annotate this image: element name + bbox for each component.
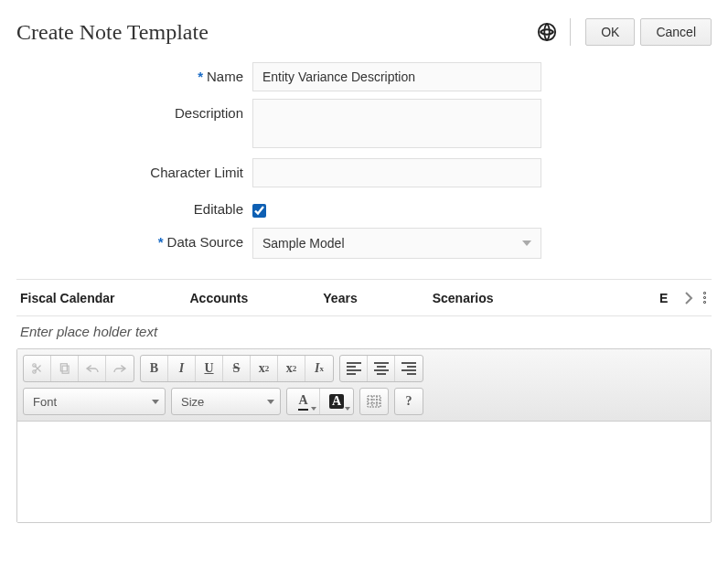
underline-button[interactable]: U: [196, 356, 223, 381]
dimension-bar: Fiscal Calendar Accounts Years Scenarios…: [16, 279, 712, 316]
redo-button[interactable]: [106, 356, 134, 381]
description-input[interactable]: [252, 99, 541, 148]
cut-button[interactable]: [24, 356, 51, 381]
align-group: [339, 355, 423, 382]
required-asterisk: *: [198, 69, 203, 84]
help-group: ?: [394, 388, 423, 415]
help-icon[interactable]: [537, 22, 557, 42]
data-source-select[interactable]: Sample Model: [252, 228, 541, 259]
subscript-button[interactable]: x2: [251, 356, 278, 381]
bg-color-button[interactable]: A: [320, 389, 353, 414]
editor-help-button[interactable]: ?: [395, 389, 423, 414]
description-label: Description: [16, 99, 252, 121]
superscript-button[interactable]: x2: [278, 356, 305, 381]
clear-format-button[interactable]: Ix: [305, 356, 333, 381]
insert-group: [359, 388, 389, 415]
format-group: B I U S x2 x2 Ix: [140, 355, 334, 382]
dim-years[interactable]: Years: [323, 291, 357, 305]
text-color-button[interactable]: A: [287, 389, 320, 414]
dim-fiscal-calendar[interactable]: Fiscal Calendar: [20, 291, 115, 305]
chevron-down-icon: [267, 400, 274, 404]
name-input[interactable]: [252, 62, 541, 91]
size-combo[interactable]: Size: [171, 388, 281, 415]
chevron-down-icon: [152, 400, 159, 404]
bold-button[interactable]: B: [141, 356, 168, 381]
rich-text-editor: B I U S x2 x2 Ix Font Size: [16, 348, 712, 523]
insert-table-button[interactable]: [360, 389, 388, 414]
char-limit-input[interactable]: [252, 158, 541, 187]
font-combo-label: Font: [33, 395, 57, 409]
align-center-button[interactable]: [368, 356, 395, 381]
chevron-down-icon: [522, 240, 531, 246]
size-combo-label: Size: [181, 395, 204, 409]
align-right-button[interactable]: [395, 356, 423, 381]
ok-button[interactable]: OK: [585, 18, 635, 46]
column-options-icon[interactable]: [701, 288, 708, 307]
undo-button[interactable]: [79, 356, 106, 381]
editor-body[interactable]: [17, 422, 711, 522]
svg-rect-5: [368, 396, 380, 407]
cancel-button[interactable]: Cancel: [640, 18, 712, 46]
dim-scenarios[interactable]: Scenarios: [433, 291, 494, 305]
font-combo[interactable]: Font: [23, 388, 166, 415]
form: *Name Description Character Limit Editab…: [16, 62, 712, 259]
strikethrough-button[interactable]: S: [223, 356, 251, 381]
italic-button[interactable]: I: [168, 356, 196, 381]
placeholder-hint: Enter place holder text: [16, 316, 712, 348]
editor-toolbar: B I U S x2 x2 Ix Font Size: [17, 349, 711, 422]
char-limit-label: Character Limit: [16, 158, 252, 180]
chevron-right-icon[interactable]: [683, 291, 694, 305]
page-title: Create Note Template: [16, 20, 537, 45]
editable-label: Editable: [16, 195, 252, 217]
color-group: A A: [286, 388, 354, 415]
clipboard-group: [23, 355, 134, 382]
svg-rect-3: [62, 366, 69, 373]
data-source-label: *Data Source: [16, 228, 252, 250]
copy-button[interactable]: [51, 356, 79, 381]
align-left-button[interactable]: [340, 356, 368, 381]
dim-accounts[interactable]: Accounts: [190, 291, 249, 305]
dim-next-item[interactable]: E: [659, 291, 672, 305]
data-source-value: Sample Model: [262, 236, 345, 251]
svg-rect-4: [60, 364, 67, 371]
required-asterisk: *: [158, 234, 164, 250]
editable-checkbox[interactable]: [252, 204, 266, 218]
name-label: *Name: [16, 62, 252, 84]
header-divider: [570, 18, 571, 46]
